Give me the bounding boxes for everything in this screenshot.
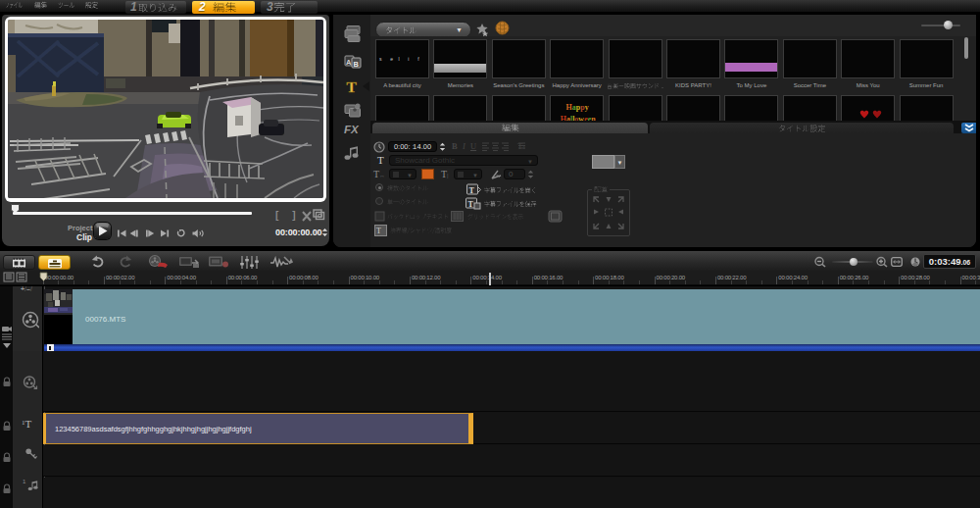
svg-text:B: B <box>354 59 360 68</box>
svg-text:A: A <box>346 57 352 66</box>
svg-text:T: T <box>347 77 358 94</box>
svg-text:T: T <box>468 199 474 208</box>
svg-text:FX: FX <box>344 124 360 135</box>
svg-text:T: T <box>376 227 381 235</box>
svg-text:T: T <box>469 185 475 194</box>
